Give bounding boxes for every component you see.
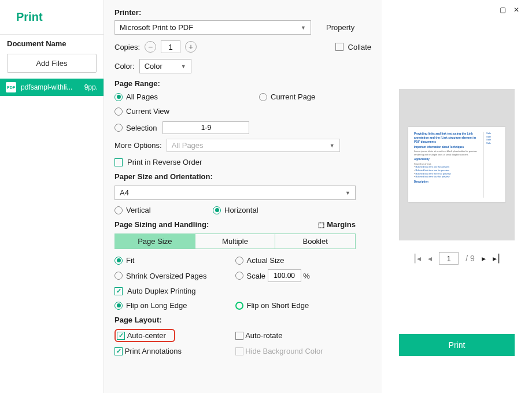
- auto-rotate-option[interactable]: Auto-rotate: [235, 329, 356, 342]
- radio-icon: [213, 206, 221, 214]
- left-panel: Print Document Name Add Files PDF pdfsam…: [0, 0, 104, 393]
- selection-option[interactable]: Selection: [114, 121, 249, 134]
- auto-rotate-checkbox[interactable]: [235, 332, 243, 340]
- color-select[interactable]: Color ▼: [139, 59, 191, 73]
- color-label: Color:: [114, 62, 135, 71]
- radio-icon: [114, 107, 123, 116]
- chevron-down-icon: ▼: [345, 190, 350, 196]
- page-total: / 9: [466, 254, 475, 263]
- margins-icon: ⬚: [318, 221, 324, 229]
- printer-label: Printer:: [114, 8, 371, 17]
- radio-icon: [235, 272, 243, 280]
- layout-label: Page Layout:: [114, 316, 371, 324]
- last-page-button[interactable]: ▸⎮: [493, 254, 501, 263]
- annotations-option[interactable]: Print Annotations: [114, 347, 235, 355]
- shrink-option[interactable]: Shrink Oversized Pages: [114, 269, 235, 282]
- file-page-count: 9pp.: [84, 83, 98, 91]
- radio-icon: [235, 302, 243, 310]
- current-view-option[interactable]: Current View: [114, 107, 195, 116]
- page-number-input[interactable]: [439, 252, 459, 265]
- radio-icon: [114, 206, 123, 214]
- pdf-icon: PDF: [6, 82, 16, 92]
- tab-page-size[interactable]: Page Size: [115, 234, 195, 249]
- sizing-label: Page Sizing and Handling:: [114, 220, 209, 229]
- collate-label: Collate: [348, 43, 371, 51]
- file-name: pdfsampl-withli...: [21, 83, 80, 91]
- flip-long-option[interactable]: Flip on Long Edge: [114, 301, 235, 310]
- prev-page-button[interactable]: ◂: [428, 254, 432, 263]
- tab-booklet[interactable]: Booklet: [275, 234, 355, 249]
- dialog-title: Print: [0, 0, 104, 34]
- chevron-down-icon: ▼: [330, 143, 335, 149]
- document-name-label: Document Name: [0, 34, 104, 54]
- reverse-order-label: Print in Reverse Order: [127, 158, 202, 166]
- preview-nav: ⎮◂ ◂ / 9 ▸ ▸⎮: [413, 252, 501, 265]
- first-page-button[interactable]: ⎮◂: [413, 254, 421, 263]
- paper-label: Paper Size and Orientation:: [114, 172, 371, 181]
- more-options-select[interactable]: All Pages ▼: [167, 139, 340, 152]
- copies-label: Copies:: [114, 43, 140, 51]
- collate-checkbox[interactable]: [335, 43, 343, 51]
- printer-select[interactable]: Microsoft Print to PDF ▼: [114, 20, 311, 35]
- radio-icon: [259, 93, 267, 101]
- add-files-button[interactable]: Add Files: [7, 54, 97, 73]
- horizontal-option[interactable]: Horizontal: [213, 206, 294, 214]
- current-page-option[interactable]: Current Page: [259, 92, 340, 101]
- close-icon[interactable]: ✕: [512, 6, 520, 14]
- radio-icon: [114, 257, 123, 265]
- chevron-down-icon: ▼: [181, 64, 186, 69]
- radio-icon: [114, 124, 123, 132]
- auto-center-highlight: Auto-center: [114, 329, 175, 342]
- fit-option[interactable]: Fit: [114, 256, 235, 265]
- copies-input[interactable]: [161, 40, 180, 53]
- settings-panel: Printer: Microsoft Print to PDF ▼ Proper…: [104, 0, 382, 393]
- chevron-down-icon: ▼: [301, 25, 306, 31]
- flip-short-option[interactable]: Flip on Short Edge: [235, 301, 356, 310]
- radio-icon: [114, 93, 123, 101]
- printer-value: Microsoft Print to PDF: [120, 23, 193, 32]
- copies-plus-button[interactable]: +: [185, 41, 197, 53]
- file-list-item[interactable]: PDF pdfsampl-withli... 9pp.: [0, 79, 104, 96]
- scale-option[interactable]: Scale %: [235, 269, 356, 282]
- color-value: Color: [145, 62, 162, 71]
- paper-size-select[interactable]: A4 ▼: [114, 186, 356, 200]
- copies-minus-button[interactable]: −: [145, 41, 156, 53]
- reverse-order-checkbox[interactable]: [114, 158, 123, 166]
- more-options-label: More Options:: [114, 141, 162, 150]
- duplex-checkbox[interactable]: [114, 287, 123, 295]
- hide-bg-option: Hide Background Color: [235, 347, 356, 355]
- sizing-tabs: Page Size Multiple Booklet: [114, 233, 356, 249]
- next-page-button[interactable]: ▸: [482, 254, 486, 263]
- preview-panel: ▢ ✕ Providing links and link text using …: [382, 0, 532, 393]
- selection-input[interactable]: [162, 121, 249, 134]
- auto-center-checkbox[interactable]: [117, 332, 125, 340]
- tab-multiple[interactable]: Multiple: [195, 234, 275, 249]
- scale-input[interactable]: [268, 269, 301, 282]
- duplex-label: Auto Duplex Printing: [127, 287, 196, 295]
- print-button[interactable]: Print: [399, 334, 515, 356]
- all-pages-option[interactable]: All Pages: [114, 92, 195, 101]
- radio-icon: [114, 302, 123, 310]
- radio-icon: [235, 257, 243, 265]
- print-preview: Providing links and link text using the …: [399, 89, 515, 240]
- property-link[interactable]: Property: [326, 23, 354, 32]
- preview-page: Providing links and link text using the …: [408, 127, 505, 202]
- margins-button[interactable]: ⬚Margins: [318, 220, 356, 229]
- page-range-label: Page Range:: [114, 79, 371, 88]
- actual-size-option[interactable]: Actual Size: [235, 256, 356, 265]
- hide-bg-checkbox: [235, 347, 243, 355]
- radio-icon: [114, 272, 123, 280]
- vertical-option[interactable]: Vertical: [114, 206, 195, 214]
- annotations-checkbox[interactable]: [114, 347, 123, 355]
- maximize-icon[interactable]: ▢: [498, 6, 507, 14]
- auto-center-label: Auto-center: [127, 331, 166, 340]
